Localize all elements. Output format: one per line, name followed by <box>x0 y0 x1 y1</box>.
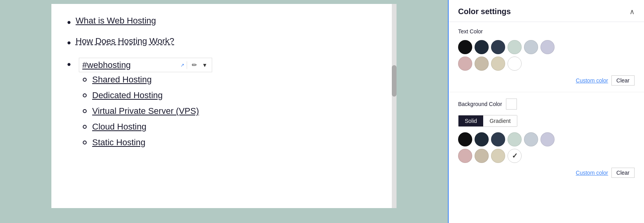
bg-color-preview <box>506 99 517 110</box>
scrollbar-thumb[interactable] <box>392 65 397 97</box>
collapse-icon[interactable]: ∧ <box>629 7 635 16</box>
sub-list-item-cloud: Cloud Hosting <box>83 122 199 132</box>
link-toolbar: #webhosting ↗ ✏ ▾ <box>79 58 212 72</box>
external-link-icon: ↗ <box>180 62 184 68</box>
bg-clear-button[interactable]: Clear <box>611 168 635 178</box>
bg-header-row: Background Color <box>458 99 635 110</box>
bg-custom-color-button[interactable]: Custom color <box>576 170 608 176</box>
bg-color-swatch-light-teal[interactable] <box>508 132 522 146</box>
bg-color-actions: Custom color Clear <box>458 168 635 178</box>
bg-color-swatch-navy[interactable] <box>491 132 505 146</box>
bullet-2: • <box>67 36 71 49</box>
link-vps[interactable]: Virtual Private Server (VPS) <box>92 106 199 116</box>
bg-color-swatch-light-gray[interactable] <box>524 132 538 146</box>
circle-bullet-1 <box>83 78 87 82</box>
link-shared-hosting[interactable]: Shared Hosting <box>92 75 152 85</box>
text-color-swatch-light-tan[interactable] <box>491 57 505 71</box>
list-item-3: • #webhosting ↗ ✏ ▾ Shared Hosting <box>67 56 381 153</box>
main-content-area: • What is Web Hosting • How Does Hosting… <box>0 0 448 223</box>
bg-color-swatch-tan[interactable] <box>475 149 489 163</box>
list-item-2: • How Does Hosting Work? <box>67 36 381 49</box>
bg-color-swatch-dark-navy[interactable] <box>475 132 489 146</box>
bg-color-section: Background Color Solid Gradient Custom c… <box>449 92 644 184</box>
text-color-swatch-dark-navy[interactable] <box>475 40 489 54</box>
solid-button[interactable]: Solid <box>458 115 483 126</box>
bg-color-swatch-light-lavender[interactable] <box>540 132 555 146</box>
gradient-button[interactable]: Gradient <box>483 115 517 126</box>
bullet-1: • <box>67 16 71 29</box>
sidebar-title: Color settings <box>458 7 511 16</box>
link-what-is-web-hosting[interactable]: What is Web Hosting <box>76 16 156 26</box>
bg-color-swatch-light-tan[interactable] <box>491 149 505 163</box>
bg-color-label: Background Color <box>458 101 502 107</box>
circle-bullet-3 <box>83 109 87 113</box>
text-color-swatch-navy[interactable] <box>491 40 505 54</box>
text-color-actions: Custom color Clear <box>458 75 635 86</box>
bg-color-swatch-white[interactable] <box>508 149 522 163</box>
text-clear-button[interactable]: Clear <box>611 75 635 86</box>
bg-color-swatch-black[interactable] <box>458 132 472 146</box>
dropdown-link-button[interactable]: ▾ <box>201 60 209 70</box>
circle-bullet-5 <box>83 141 87 144</box>
link-static-hosting[interactable]: Static Hosting <box>92 137 146 148</box>
text-color-swatch-white[interactable] <box>508 57 522 71</box>
link-how-does-hosting-work[interactable]: How Does Hosting Work? <box>76 36 174 46</box>
text-custom-color-button[interactable]: Custom color <box>576 77 608 84</box>
solid-gradient-toggle: Solid Gradient <box>458 115 517 127</box>
sub-list-item-static: Static Hosting <box>83 137 199 148</box>
sub-list-item-dedicated: Dedicated Hosting <box>83 90 199 101</box>
bg-color-swatches <box>458 132 635 163</box>
text-color-label: Text Color <box>458 28 635 35</box>
link-toolbar-href[interactable]: #webhosting <box>82 60 178 70</box>
main-list: • What is Web Hosting • How Does Hosting… <box>67 16 381 153</box>
text-color-swatch-light-lavender[interactable] <box>540 40 555 54</box>
sub-list: Shared Hosting Dedicated Hosting Virtual… <box>83 75 199 153</box>
bg-color-swatch-blush[interactable] <box>458 149 472 163</box>
circle-bullet-2 <box>83 93 87 97</box>
text-color-section: Text Color Custom color Clear <box>449 22 644 92</box>
text-color-swatch-light-gray[interactable] <box>524 40 538 54</box>
scrollbar-track <box>392 4 397 208</box>
list-item-1: • What is Web Hosting <box>67 16 381 29</box>
text-color-swatch-black[interactable] <box>458 40 472 54</box>
circle-bullet-4 <box>83 125 87 129</box>
text-color-swatch-light-teal[interactable] <box>508 40 522 54</box>
text-color-swatches <box>458 40 635 71</box>
link-dedicated-hosting[interactable]: Dedicated Hosting <box>92 90 163 101</box>
bullet-3: • <box>67 58 71 71</box>
edit-link-button[interactable]: ✏ <box>189 60 199 70</box>
sub-list-item-shared: Shared Hosting <box>83 75 199 85</box>
link-cloud-hosting[interactable]: Cloud Hosting <box>92 122 146 132</box>
sub-list-item-vps: Virtual Private Server (VPS) <box>83 106 199 116</box>
editor-block: • What is Web Hosting • How Does Hosting… <box>51 4 397 208</box>
sidebar-header: Color settings ∧ <box>449 0 644 22</box>
toolbar-divider <box>187 61 187 69</box>
color-settings-sidebar: Color settings ∧ Text Color Custom color… <box>448 0 644 223</box>
text-color-swatch-blush[interactable] <box>458 57 472 71</box>
text-color-swatch-tan[interactable] <box>475 57 489 71</box>
